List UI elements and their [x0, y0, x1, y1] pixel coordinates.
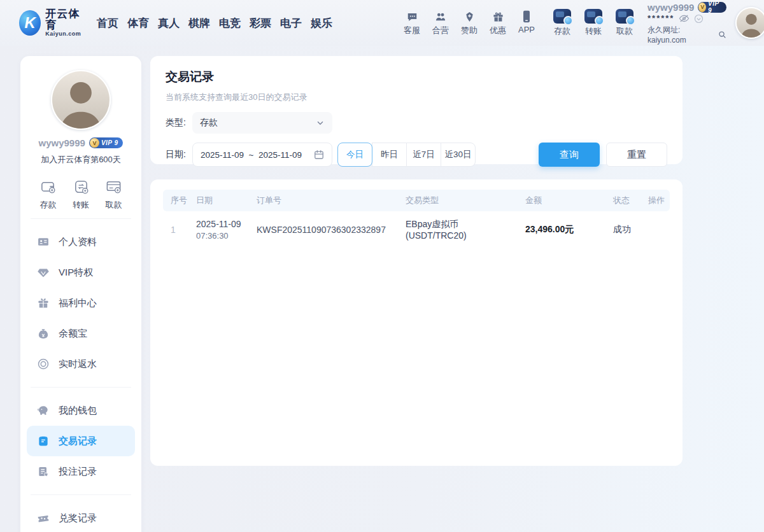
nav-entertainment[interactable]: 娱乐 [309, 13, 334, 33]
preset-today[interactable]: 今日 [337, 143, 372, 167]
date-range-picker[interactable]: 2025-11-09 ~ 2025-11-09 [192, 143, 332, 167]
welfare-icon [37, 297, 50, 309]
type-select[interactable]: 存款 [192, 112, 332, 134]
divider [31, 218, 131, 219]
vip-crest-icon: V [90, 138, 99, 148]
type-filter-row: 类型: 存款 [166, 112, 667, 134]
sidebar-item-bets[interactable]: 投注记录 [27, 456, 135, 487]
sidebar-item-wallet[interactable]: 我的钱包 [27, 395, 135, 426]
masked-balance: ****** [647, 15, 674, 22]
transfer-action[interactable]: 转账 [73, 178, 90, 211]
row-time: 07:36:30 [196, 230, 249, 242]
preset-yesterday[interactable]: 昨日 [372, 143, 407, 167]
withdraw-button[interactable]: 取款 [613, 9, 636, 37]
menu-label: 余额宝 [59, 328, 87, 340]
date-range-presets: 今日 昨日 近7日 近30日 [337, 143, 476, 167]
divider [31, 387, 131, 388]
profile-avatar[interactable] [51, 70, 111, 130]
magnifier-icon[interactable] [718, 31, 726, 39]
sidebar-item-yuebao[interactable]: 余额宝 [27, 318, 135, 349]
row-datetime: 2025-11-09 07:36:30 [188, 211, 249, 248]
preset-30days[interactable]: 近30日 [441, 143, 476, 167]
refresh-circle-icon[interactable] [694, 14, 704, 24]
row-order-no: KWSF202511090736302332897 [249, 211, 398, 248]
row-status: 成功 [605, 211, 640, 248]
site-logo[interactable]: K 开云体育 Kaiyun.com [19, 8, 85, 37]
tool-label: 优惠 [490, 25, 506, 36]
sidebar-quick-actions: 存款 转账 取款 [20, 178, 141, 211]
date-label: 日期: [166, 149, 192, 160]
reset-button[interactable]: 重置 [606, 143, 667, 167]
sidebar-item-welfare[interactable]: 福利中心 [27, 288, 135, 318]
redeem-icon [37, 512, 50, 524]
partner-icon [434, 10, 447, 23]
permanent-url[interactable]: 永久网址: kaiyun.com [647, 25, 716, 45]
username[interactable]: wywy9999 [647, 2, 694, 13]
sidebar-item-profile[interactable]: 个人资料 [27, 227, 135, 257]
nav-slots[interactable]: 电子 [278, 13, 304, 33]
date-range-value: 2025-11-09 ~ 2025-11-09 [201, 150, 302, 160]
profile-icon [37, 235, 50, 248]
menu-label: 实时返水 [59, 358, 97, 370]
app-button[interactable]: APP [515, 10, 538, 36]
preset-7days[interactable]: 近7日 [406, 143, 441, 167]
sponsor-icon [463, 10, 476, 23]
col-date: 日期 [188, 190, 249, 211]
col-no: 序号 [163, 190, 188, 211]
nav-esports[interactable]: 电竞 [217, 13, 243, 33]
eye-off-icon[interactable] [679, 14, 690, 23]
calendar-icon [314, 150, 324, 160]
withdraw-action[interactable]: 取款 [105, 178, 122, 211]
query-button[interactable]: 查询 [539, 143, 600, 167]
main-nav: 首页 体育 真人 棋牌 电竞 彩票 电子 娱乐 [95, 13, 334, 33]
col-status: 状态 [605, 190, 640, 211]
nav-board-games[interactable]: 棋牌 [187, 13, 212, 33]
deposit-button[interactable]: 存款 [551, 9, 574, 37]
sidebar-menu: 个人资料 VIP特权 福利中心 余额宝 [20, 227, 141, 379]
logo-icon: K [19, 10, 41, 36]
action-label: 转账 [73, 199, 89, 211]
yuebao-icon [37, 327, 50, 340]
sponsor-button[interactable]: 赞助 [458, 10, 481, 36]
sidebar-item-transactions[interactable]: 交易记录 [27, 426, 135, 456]
bets-icon [37, 465, 50, 478]
col-order: 订单号 [249, 190, 398, 211]
filter-card: 交易记录 当前系统支持查询最近30日的交易记录 类型: 存款 日期: 2025-… [150, 56, 683, 164]
logo-domain: Kaiyun.com [45, 31, 85, 37]
deposit-action[interactable]: 存款 [39, 178, 57, 211]
col-action: 操作 [640, 190, 670, 211]
nav-sports[interactable]: 体育 [125, 13, 151, 33]
records-card: 序号 日期 订单号 交易类型 金额 状态 操作 1 2025-11-09 07:… [150, 179, 683, 466]
menu-label: 交易记录 [59, 435, 97, 447]
nav-home[interactable]: 首页 [95, 13, 120, 33]
nav-live-casino[interactable]: 真人 [156, 13, 181, 33]
sidebar-item-vip[interactable]: VIP特权 [27, 257, 135, 288]
vip-badge: V VIP 9 [698, 2, 726, 13]
table-header-row: 序号 日期 订单号 交易类型 金额 状态 操作 [163, 190, 670, 211]
page-title: 交易记录 [166, 69, 667, 85]
col-amount: 金额 [518, 190, 605, 211]
menu-label: VIP特权 [59, 267, 93, 279]
tool-label: 转账 [585, 25, 602, 37]
nav-lottery[interactable]: 彩票 [248, 13, 273, 33]
partner-button[interactable]: 合营 [429, 10, 452, 36]
logo-title: 开云体育 [45, 8, 85, 31]
sidebar-item-redeem[interactable]: 兑奖记录 [27, 503, 135, 532]
user-avatar[interactable] [735, 7, 764, 39]
support-button[interactable]: 客服 [400, 10, 423, 36]
menu-label: 投注记录 [59, 466, 97, 478]
menu-label: 个人资料 [59, 236, 97, 248]
promo-button[interactable]: 优惠 [486, 10, 509, 36]
transfer-button[interactable]: 转账 [582, 9, 605, 37]
withdraw-outline-icon [105, 178, 122, 195]
sidebar-item-rebate[interactable]: 实时返水 [27, 349, 135, 379]
sidebar-menu: 兑奖记录 消息中心 99+ [20, 503, 141, 532]
col-type: 交易类型 [398, 190, 518, 211]
withdraw-icon [616, 9, 633, 24]
transactions-icon [37, 435, 50, 447]
profile-username: wywy9999 [39, 137, 85, 148]
action-label: 存款 [40, 199, 57, 211]
transfer-icon [584, 9, 602, 24]
action-label: 取款 [106, 199, 122, 211]
vip-level-label: VIP 9 [101, 139, 118, 146]
